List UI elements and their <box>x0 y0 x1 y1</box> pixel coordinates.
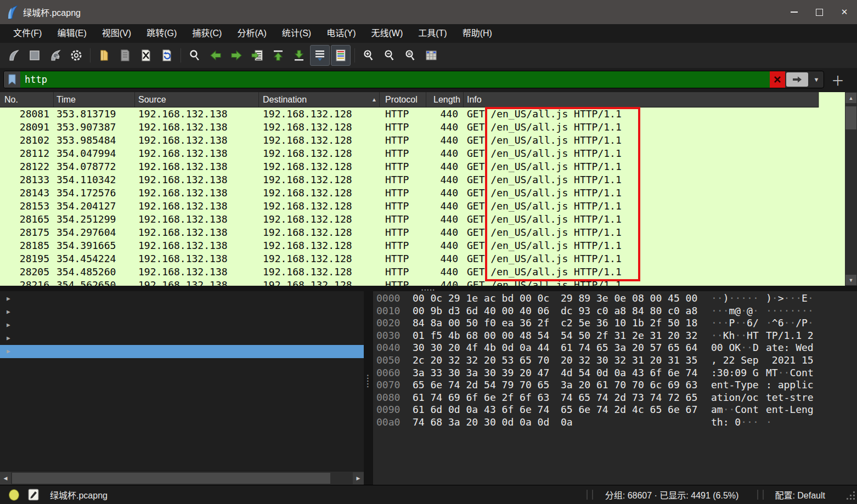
packet-row[interactable]: 28081 353.813719 192.168.132.138 192.168… <box>0 107 845 121</box>
close-file-button[interactable] <box>136 45 156 66</box>
packet-row[interactable]: 28205 354.485260 192.168.132.138 192.168… <box>0 265 845 279</box>
detail-line[interactable]: ▶ Internet Protocol Version 4, Src: 192.… <box>0 319 364 332</box>
packet-row[interactable]: 28216 354.562650 192.168.132.138 192.168… <box>0 279 845 286</box>
open-file-button[interactable] <box>94 45 114 66</box>
display-filter-input[interactable] <box>20 71 770 88</box>
menu-item[interactable]: 文件(F) <box>5 24 49 43</box>
find-packet-button[interactable] <box>185 45 205 66</box>
filter-add-button[interactable]: ＋ <box>828 71 847 88</box>
column-header-destination[interactable]: Destination ▲ <box>259 92 380 107</box>
close-button[interactable]: ✕ <box>832 0 857 24</box>
detail-line[interactable]: ▶ Frame 21234: 169 bytes on wire (1352 b… <box>0 292 364 305</box>
go-back-button[interactable] <box>206 45 225 66</box>
column-header-length[interactable]: Length <box>426 92 464 107</box>
detail-line[interactable]: ▶ Transmission Control Protocol, Src Por… <box>0 332 364 345</box>
packet-row[interactable]: 28133 354.110342 192.168.132.138 192.168… <box>0 173 845 186</box>
hex-row[interactable]: 00a0 74 68 3a 20 30 0d 0a 0d 0a th: 0···… <box>373 416 857 429</box>
filter-clear-button[interactable] <box>770 71 785 88</box>
filter-bookmark-button[interactable] <box>4 71 20 88</box>
column-header-time[interactable]: Time <box>54 92 135 107</box>
colorize-button[interactable] <box>331 45 351 66</box>
packet-row[interactable]: 28185 354.391665 192.168.132.138 192.168… <box>0 239 845 252</box>
filter-dropdown-button[interactable]: ▼ <box>809 71 824 88</box>
go-last-packet-button[interactable] <box>289 45 309 66</box>
go-to-packet-button[interactable] <box>247 45 267 66</box>
expander-triangle-icon[interactable]: ▶ <box>7 305 10 319</box>
menu-item[interactable]: 工具(T) <box>410 24 454 43</box>
scroll-right-button[interactable]: ▶ <box>353 472 364 484</box>
column-header-source[interactable]: Source <box>135 92 259 107</box>
capture-comment-icon[interactable] <box>28 489 39 501</box>
hex-bytes-right: 20 32 30 32 31 20 31 35 <box>561 354 698 367</box>
cell-destination: 192.168.132.128 <box>259 200 380 213</box>
hex-row[interactable]: 0050 2c 20 32 32 20 53 65 70 20 32 30 32… <box>373 354 857 367</box>
expander-triangle-icon[interactable]: ▶ <box>7 292 10 305</box>
zoom-in-button[interactable] <box>359 45 379 66</box>
packet-row[interactable]: 28102 353.985484 192.168.132.138 192.168… <box>0 134 845 147</box>
expert-info-icon[interactable] <box>9 489 19 501</box>
maximize-button[interactable] <box>807 0 832 24</box>
hex-row[interactable]: 0080 61 74 69 6f 6e 2f 6f 63 74 65 74 2d… <box>373 392 857 404</box>
cell-no: 28102 <box>0 134 54 147</box>
menu-item[interactable]: 视图(V) <box>94 24 139 43</box>
detail-line[interactable]: ▶ Hypertext Transfer Protocol <box>0 345 364 358</box>
zoom-out-button[interactable] <box>380 45 399 66</box>
menu-item[interactable]: 统计(S) <box>274 24 319 43</box>
go-first-packet-button[interactable] <box>268 45 288 66</box>
expander-triangle-icon[interactable]: ▶ <box>7 319 10 332</box>
menu-item[interactable]: 帮助(H) <box>455 24 500 43</box>
hex-row[interactable]: 0030 01 f5 4b 68 00 00 48 54 54 50 2f 31… <box>373 330 857 342</box>
column-header-protocol[interactable]: Protocol <box>380 92 426 107</box>
zoom-reset-button[interactable] <box>401 45 420 66</box>
scroll-left-button[interactable]: ◀ <box>0 472 11 484</box>
scrollbar-thumb[interactable] <box>845 106 856 129</box>
expander-triangle-icon[interactable]: ▶ <box>7 345 10 358</box>
minimize-button[interactable] <box>781 0 807 24</box>
hex-row[interactable]: 0070 65 6e 74 2d 54 79 70 65 3a 20 61 70… <box>373 379 857 392</box>
packet-row[interactable]: 28153 354.204127 192.168.132.138 192.168… <box>0 200 845 213</box>
scroll-up-button[interactable]: ▲ <box>845 93 856 103</box>
hex-row[interactable]: 0010 00 9b d3 6d 40 00 40 06 dc 93 c0 a8… <box>373 305 857 318</box>
menu-item[interactable]: 电话(Y) <box>319 24 363 43</box>
pane-splitter-vertical[interactable]: ••••• <box>364 291 373 485</box>
resize-grip[interactable] <box>847 492 855 500</box>
details-horizontal-scrollbar[interactable]: ◀ ▶ <box>0 472 364 485</box>
pane-splitter-horizontal[interactable]: ••••• <box>0 286 857 291</box>
expander-triangle-icon[interactable]: ▶ <box>7 332 10 345</box>
hex-row[interactable]: 0000 00 0c 29 1e ac bd 00 0c 29 89 3e 0e… <box>373 292 857 305</box>
scrollbar-thumb[interactable] <box>12 473 330 484</box>
reload-file-button[interactable] <box>157 45 177 66</box>
detail-line[interactable]: ▶ Ethernet II, Src: VMware_89:3e:0e (00:… <box>0 305 364 319</box>
go-forward-button[interactable] <box>227 45 246 66</box>
resize-columns-button[interactable] <box>421 45 441 66</box>
start-capture-button[interactable] <box>4 45 24 66</box>
packet-row[interactable]: 28112 354.047994 192.168.132.138 192.168… <box>0 147 845 160</box>
auto-scroll-button[interactable] <box>310 45 330 66</box>
capture-options-button[interactable] <box>66 45 86 66</box>
hex-row[interactable]: 0060 3a 33 30 3a 30 39 20 47 4d 54 0d 0a… <box>373 367 857 380</box>
menu-item[interactable]: 跳转(G) <box>139 24 184 43</box>
packet-list-scrollbar[interactable]: ▲ ▼ <box>845 92 857 286</box>
status-profile[interactable]: 配置: Default <box>775 488 825 501</box>
scroll-down-button[interactable]: ▼ <box>845 275 856 285</box>
menu-item[interactable]: 编辑(E) <box>49 24 94 43</box>
column-header-info[interactable]: Info <box>464 92 819 107</box>
packet-row[interactable]: 28165 354.251299 192.168.132.138 192.168… <box>0 213 845 226</box>
hex-row[interactable]: 0090 61 6d 0d 0a 43 6f 6e 74 65 6e 74 2d… <box>373 404 857 416</box>
save-file-button[interactable] <box>115 45 135 66</box>
packet-row[interactable]: 28143 354.172576 192.168.132.138 192.168… <box>0 186 845 200</box>
hex-row[interactable]: 0020 84 8a 00 50 f0 ea 36 2f c2 5e 36 10… <box>373 317 857 330</box>
cell-source: 192.168.132.138 <box>135 213 259 226</box>
column-header-no[interactable]: No. <box>0 92 54 107</box>
menu-item[interactable]: 捕获(C) <box>184 24 229 43</box>
menu-item[interactable]: 无线(W) <box>363 24 410 43</box>
filter-apply-button[interactable] <box>786 72 808 87</box>
stop-capture-button[interactable] <box>25 45 44 66</box>
hex-row[interactable]: 0040 30 30 20 4f 4b 0d 0a 44 61 74 65 3a… <box>373 342 857 354</box>
packet-row[interactable]: 28175 354.297604 192.168.132.138 192.168… <box>0 226 845 239</box>
packet-row[interactable]: 28122 354.078772 192.168.132.138 192.168… <box>0 160 845 173</box>
packet-row[interactable]: 28091 353.907387 192.168.132.138 192.168… <box>0 121 845 134</box>
restart-capture-button[interactable] <box>46 45 65 66</box>
packet-row[interactable]: 28195 354.454224 192.168.132.138 192.168… <box>0 252 845 265</box>
menu-item[interactable]: 分析(A) <box>229 24 274 43</box>
